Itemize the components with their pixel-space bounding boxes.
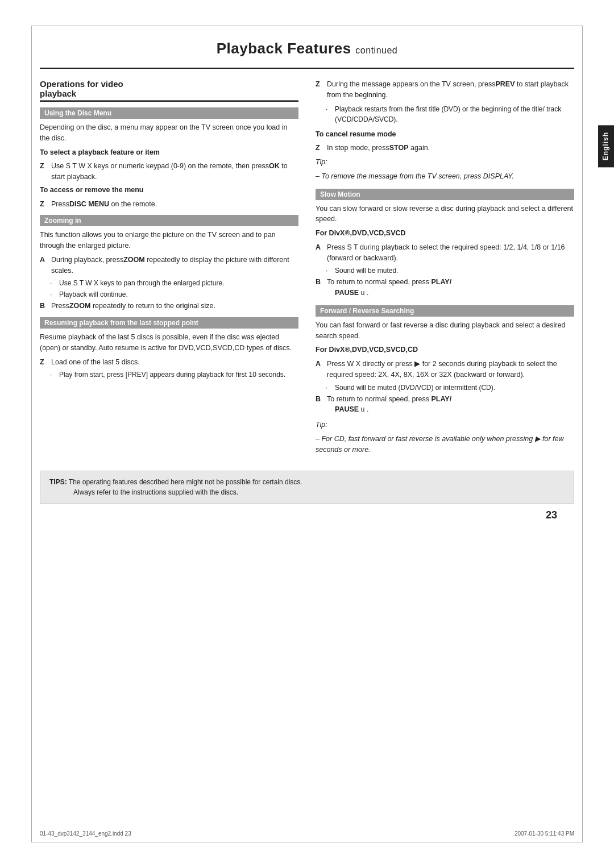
forward-step-a: A Press W X directly or press ▶ for 2 se… bbox=[316, 359, 574, 380]
resuming-sub1: · Play from start, press [PREV] appears … bbox=[50, 369, 298, 380]
border-left bbox=[31, 26, 32, 842]
tips-text2: Always refer to the instructions supplie… bbox=[73, 488, 238, 496]
page-number: 23 bbox=[40, 509, 574, 521]
resuming-paragraph: Resume playback of the last 5 discs is p… bbox=[40, 332, 298, 354]
border-top bbox=[31, 26, 583, 26]
slow-divx-heading: For DivX®,DVD,VCD,SVCD bbox=[316, 228, 574, 239]
tips-box: TIPS: The operating features described h… bbox=[40, 471, 574, 504]
forward-heading: Forward / Reverse Searching bbox=[316, 305, 574, 317]
slow-motion-heading: Slow Motion bbox=[316, 189, 574, 200]
cancel-resume-heading: To cancel resume mode bbox=[316, 129, 574, 140]
tip-forward-label: Tip: bbox=[316, 420, 574, 430]
footer-left: 01-43_dvp3142_3144_eng2.indd 23 bbox=[40, 830, 131, 837]
section-heading-operations: Operations for videoplayback bbox=[40, 79, 298, 102]
resume-sub1: · Playback restarts from the first title… bbox=[326, 104, 574, 124]
zoom-sub1: · Use S T W X keys to pan through the en… bbox=[50, 278, 298, 288]
access-step-z: Z PressDISC MENU on the remote. bbox=[40, 199, 298, 210]
access-menu-heading: To access or remove the menu bbox=[40, 185, 298, 196]
forward-paragraph: You can fast forward or fast reverse a d… bbox=[316, 320, 574, 342]
content-columns: Operations for videoplayback Using the D… bbox=[40, 79, 574, 458]
tips-text1: The operating features described here mi… bbox=[69, 478, 302, 486]
page: English Playback Features continued Oper… bbox=[0, 0, 614, 868]
slow-motion-paragraph: You can slow forward or slow reverse a d… bbox=[316, 203, 574, 225]
select-step-z: Z Use S T W X keys or numeric keypad (0-… bbox=[40, 161, 298, 182]
right-column: Z During the message appears on the TV s… bbox=[316, 79, 574, 458]
slow-sub1: · Sound will be muted. bbox=[326, 265, 574, 276]
slow-step-a: A Press S T during playback to select th… bbox=[316, 242, 574, 264]
forward-step-b: B To return to normal speed, press PLAY/… bbox=[316, 394, 574, 416]
resume-note-z: Z During the message appears on the TV s… bbox=[316, 79, 574, 101]
title-divider bbox=[40, 68, 574, 69]
footer: 01-43_dvp3142_3144_eng2.indd 23 2007-01-… bbox=[40, 830, 574, 837]
tip-forward-text: – For CD, fast forward or fast reverse i… bbox=[316, 434, 574, 455]
zoom-step-a: A During playback, pressZOOM repeatedly … bbox=[40, 255, 298, 276]
title-continued: continued bbox=[355, 45, 397, 55]
disc-menu-heading: Using the Disc Menu bbox=[40, 107, 298, 119]
select-feature-heading: To select a playback feature or item bbox=[40, 147, 298, 158]
title-text: Playback Features bbox=[217, 40, 351, 57]
slow-step-b: B To return to normal speed, press PLAY/… bbox=[316, 277, 574, 298]
zooming-heading: Zooming in bbox=[40, 215, 298, 226]
page-title: Playback Features continued bbox=[40, 40, 574, 57]
zoom-step-b: B PressZOOM repeatedly to return to the … bbox=[40, 301, 298, 312]
disc-menu-paragraph: Depending on the disc, a menu may appear… bbox=[40, 122, 298, 144]
border-right bbox=[582, 26, 583, 842]
zooming-paragraph: This function allows you to enlarge the … bbox=[40, 230, 298, 251]
resuming-heading: Resuming playback from the last stopped … bbox=[40, 317, 298, 329]
border-bottom bbox=[31, 842, 583, 842]
language-tab: English bbox=[598, 125, 614, 167]
tip-cancel-label: Tip: bbox=[316, 157, 574, 168]
tip-cancel-text: – To remove the message from the TV scre… bbox=[316, 171, 574, 182]
forward-sub1: · Sound will be muted (DVD/VCD) or inter… bbox=[326, 383, 574, 393]
cancel-resume-step-z: Z In stop mode, pressSTOP again. bbox=[316, 143, 574, 153]
resuming-step-z: Z Load one of the last 5 discs. bbox=[40, 357, 298, 368]
left-column: Operations for videoplayback Using the D… bbox=[40, 79, 298, 458]
zoom-sub2: · Playback will continue. bbox=[50, 289, 298, 300]
footer-right: 2007-01-30 5:11:43 PM bbox=[515, 830, 574, 837]
forward-divx-heading: For DivX®,DVD,VCD,SVCD,CD bbox=[316, 344, 574, 355]
tips-label: TIPS: bbox=[49, 478, 67, 486]
